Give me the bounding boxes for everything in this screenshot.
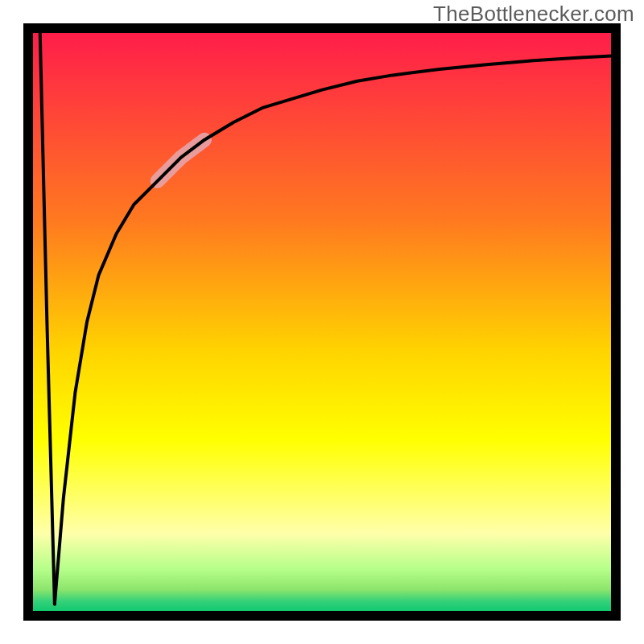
bottleneck-chart: [0, 0, 644, 644]
watermark-text: TheBottlenecker.com: [433, 2, 634, 27]
plot-background: [28, 28, 616, 616]
chart-frame: TheBottlenecker.com: [0, 0, 644, 644]
